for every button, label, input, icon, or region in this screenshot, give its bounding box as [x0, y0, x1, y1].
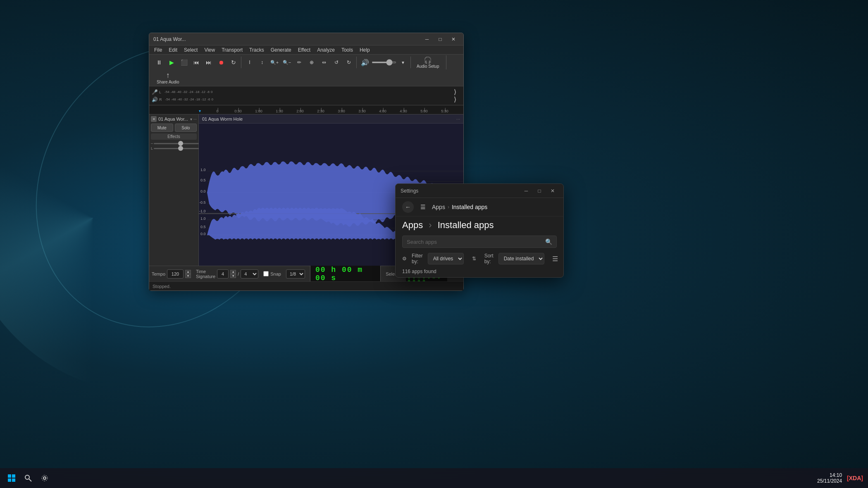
search-icon: 🔍 [545, 238, 552, 245]
mic-icon: 🎤 [152, 89, 157, 95]
minimize-button[interactable]: ─ [421, 35, 433, 43]
sort-select[interactable]: Date installed Name Size [498, 253, 544, 264]
menu-bar: File Edit Select View Transport Tracks G… [149, 45, 463, 55]
selection-tool[interactable]: I [244, 57, 255, 68]
windows-icon [8, 474, 15, 482]
volume-group: 🔊 ▼ [358, 57, 411, 68]
track-header-bar: 01 Aqua Worm Hole ··· [199, 114, 463, 124]
menu-tracks[interactable]: Tracks [246, 46, 267, 54]
menu-select[interactable]: Select [181, 46, 201, 54]
menu-effect[interactable]: Effect [295, 46, 314, 54]
time-sig-num-stepper: ▲ ▼ [230, 270, 236, 278]
window-controls: ─ □ ✕ [421, 35, 459, 43]
gain-row: – [151, 141, 197, 145]
taskbar-datetime: 14:10 25/11/2024 [817, 472, 842, 484]
track-header-menu[interactable]: ··· [456, 117, 460, 121]
tempo-up-button[interactable]: ▲ [185, 270, 191, 274]
snap-checkbox[interactable] [263, 271, 269, 276]
maximize-button[interactable]: □ [434, 35, 446, 43]
drive-filter-select[interactable]: All drives C: D: [428, 253, 464, 264]
volume-dropdown[interactable]: ▼ [397, 57, 409, 68]
audacity-titlebar: 01 Aqua Wor... ─ □ ✕ [149, 33, 463, 45]
envelope-tool[interactable]: ↕ [256, 57, 268, 68]
search-bar: 🔍 [402, 236, 557, 248]
draw-tool[interactable]: ✏ [293, 57, 305, 68]
tick-530: 5:30 [434, 109, 455, 113]
time-sig-num-input[interactable] [217, 269, 229, 279]
start-button[interactable] [5, 471, 18, 485]
close-button[interactable]: ✕ [448, 35, 459, 43]
svg-text:0.5: 0.5 [200, 225, 206, 229]
snap-label: Snap [270, 271, 281, 276]
tools-group: I ↕ 🔍+ 🔍− ✏ ⊕ ⇔ ↺ ↻ [242, 57, 357, 68]
effects-button[interactable]: Effects [151, 133, 197, 140]
time-sig-num-up[interactable]: ▲ [230, 270, 236, 274]
record-button[interactable]: ⏺ [215, 57, 227, 68]
share-icon: ↑ [166, 71, 170, 80]
track-menu-button[interactable]: ▾ ··· [190, 117, 197, 121]
tempo-input[interactable]: 120 [167, 269, 184, 279]
share-audio-button[interactable]: ↑ Share Audio [153, 70, 183, 85]
settings-taskbar-button[interactable] [38, 471, 51, 485]
output-meter-button[interactable]: ⟩ [449, 94, 461, 105]
svg-point-21 [25, 475, 29, 479]
settings-close-button[interactable]: ✕ [547, 187, 558, 195]
time-sig-label: Time Signature [196, 269, 215, 279]
list-view-button[interactable]: ☰ [549, 253, 561, 264]
settings-maximize-button[interactable]: □ [534, 187, 545, 195]
stop-button[interactable]: ⬛ [178, 57, 190, 68]
multi-tool[interactable]: ⊕ [306, 57, 317, 68]
settings-minimize-button[interactable]: ─ [520, 187, 532, 195]
solo-button[interactable]: Solo [175, 124, 197, 132]
volume-icon: 🔊 [359, 57, 371, 68]
time-sig-slash: / [238, 271, 239, 276]
pause-button[interactable]: ⏸ [153, 57, 165, 68]
breadcrumb-parent[interactable]: Apps [432, 204, 445, 210]
track-name: 01 Aqua Wor... [158, 117, 188, 121]
next-button[interactable]: ⏭ [203, 57, 215, 68]
menu-transport[interactable]: Transport [218, 46, 246, 54]
menu-help[interactable]: Help [356, 46, 373, 54]
snap-fraction-select[interactable]: 1/8 1/4 1/2 1 [286, 269, 305, 279]
time-sig-den-select[interactable]: 4 8 16 [241, 269, 258, 279]
menu-file[interactable]: File [151, 46, 165, 54]
menu-tools[interactable]: Tools [338, 46, 356, 54]
time-sig-num-down[interactable]: ▼ [230, 274, 236, 278]
view-icons: ☰ ⊞ ▦ [549, 253, 563, 264]
breadcrumb-current: Installed apps [452, 204, 487, 210]
track-mute-solo: Mute Solo [151, 124, 197, 132]
zoom-in-tool[interactable]: 🔍+ [269, 57, 280, 68]
share-audio-group: ↑ Share Audio [152, 70, 184, 85]
tick-230: 2:30 [310, 109, 331, 113]
grid-view-button[interactable]: ⊞ [563, 253, 563, 264]
audio-setup-button[interactable]: 🎧 Audio Setup [413, 55, 443, 69]
zoom-out-tool[interactable]: 🔍− [281, 57, 293, 68]
play-button[interactable]: ▶ [166, 57, 177, 68]
redo-tool[interactable]: ↻ [343, 57, 355, 68]
svg-text:-0.5: -0.5 [199, 200, 206, 205]
back-button[interactable]: ← [402, 201, 414, 213]
mute-button[interactable]: Mute [151, 124, 173, 132]
prev-button[interactable]: ⏮ [191, 57, 202, 68]
track-panel: ✕ 01 Aqua Wor... ▾ ··· Mute Solo Effects… [149, 114, 199, 266]
svg-point-24 [42, 475, 48, 481]
breadcrumb-separator: › [448, 204, 449, 210]
menu-view[interactable]: View [201, 46, 218, 54]
settings-win-controls: ─ □ ✕ [520, 187, 558, 195]
tick-100: 1:00 [248, 109, 269, 113]
main-toolbar: ⏸ ▶ ⬛ ⏮ ⏭ ⏺ ↻ I ↕ 🔍+ 🔍− ✏ ⊕ ⇔ ↺ ↻ 🔊 ▼ 🎧 [149, 55, 463, 86]
hamburger-menu-button[interactable]: ☰ [417, 201, 429, 213]
loop-button[interactable]: ↻ [228, 57, 239, 68]
search-input[interactable] [407, 239, 545, 245]
menu-generate[interactable]: Generate [267, 46, 295, 54]
menu-edit[interactable]: Edit [165, 46, 181, 54]
volume-slider[interactable] [372, 62, 396, 63]
fit-tool[interactable]: ⇔ [318, 57, 330, 68]
svg-text:0.0: 0.0 [200, 232, 206, 236]
tempo-down-button[interactable]: ▼ [185, 274, 191, 278]
gear-icon [41, 474, 48, 482]
menu-analyze[interactable]: Analyze [314, 46, 338, 54]
search-button[interactable] [21, 471, 35, 485]
undo-tool[interactable]: ↺ [331, 57, 342, 68]
track-close-button[interactable]: ✕ [151, 116, 157, 122]
